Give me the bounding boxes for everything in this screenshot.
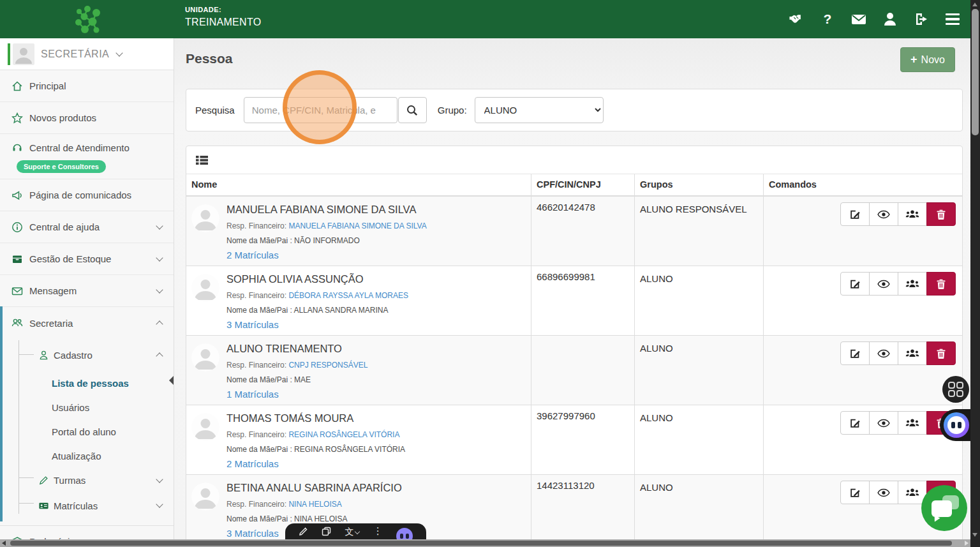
view-button[interactable] <box>869 272 898 296</box>
matriculas-link[interactable]: 1 Matrículas <box>226 389 368 400</box>
help-icon[interactable]: ? <box>820 11 835 27</box>
translate-icon[interactable]: 文 <box>345 527 359 538</box>
sidebar-item-novos-produtos[interactable]: Novos produtos <box>0 102 174 134</box>
vertical-scrollbar-thumb[interactable] <box>972 9 979 135</box>
users-group-icon <box>905 279 919 289</box>
sidebar-item-usuarios[interactable]: Usuários <box>0 395 174 419</box>
plus-icon: + <box>910 53 917 66</box>
avatar <box>191 204 219 232</box>
scroll-right-arrow[interactable] <box>965 541 969 546</box>
table-toolbar <box>186 146 962 174</box>
resp-financeiro-link[interactable]: MANUELA FABIANA SIMONE DA SILVA <box>288 221 426 230</box>
sidebar-item-central-atendimento[interactable]: Central de Atendimento Suporte e Consult… <box>0 134 174 179</box>
sidebar-item-label: Principal <box>29 80 66 91</box>
assistant-avatar-icon[interactable] <box>396 528 413 540</box>
sidebar-item-mensagem[interactable]: Mensagem <box>0 275 174 307</box>
grid-widget[interactable] <box>942 376 969 403</box>
group-button[interactable] <box>898 341 927 365</box>
new-button[interactable]: + Novo <box>900 47 955 72</box>
menu-icon[interactable] <box>945 11 960 27</box>
view-button[interactable] <box>869 341 898 365</box>
sidebar-item-secretaria[interactable]: Secretaria <box>0 307 174 339</box>
sidebar-collapse-arrow[interactable] <box>169 375 174 386</box>
handshake-icon[interactable] <box>789 11 804 27</box>
person-name-cell: THOMAS TOMÁS MOURA Resp. Financeiro: REG… <box>186 405 531 474</box>
list-view-icon[interactable] <box>193 152 210 169</box>
matriculas-link[interactable]: 2 Matrículas <box>226 250 427 260</box>
profile-avatar <box>13 43 34 65</box>
sidebar-item-label: Central de Atendimento <box>29 142 130 153</box>
person-name: SOPHIA OLIVIA ASSUNÇÃO <box>226 273 408 285</box>
group-button[interactable] <box>898 272 927 296</box>
chevron-down-icon <box>355 529 360 534</box>
mail-icon[interactable] <box>851 11 866 27</box>
grid-icon <box>948 382 963 397</box>
headset-icon <box>11 142 23 153</box>
group-select[interactable]: ALUNO <box>475 97 604 123</box>
page-title: Pessoa <box>186 51 233 66</box>
sidebar-item-atualizacao[interactable]: Atualização <box>0 444 174 468</box>
table-row: MANUELA FABIANA SIMONE DA SILVA Resp. Fi… <box>186 197 962 266</box>
search-label: Pesquisa <box>195 105 235 116</box>
search-button[interactable] <box>398 97 427 123</box>
profile-menu[interactable]: SECRETÁRIA <box>0 38 174 70</box>
matriculas-link[interactable]: 2 Matrículas <box>226 458 405 469</box>
horizontal-scrollbar-thumb[interactable] <box>10 541 952 546</box>
column-header-comandos: Comandos <box>763 174 962 195</box>
user-icon[interactable] <box>882 11 898 27</box>
mother-father-name: Nome da Mãe/Pai : NÃO INFORMADO <box>226 236 427 245</box>
sidebar-item-lista-de-pessoas[interactable]: Lista de pessoas <box>0 371 174 395</box>
edit-button[interactable] <box>840 202 870 226</box>
groups-cell: ALUNO <box>634 266 763 335</box>
view-button[interactable] <box>869 411 898 435</box>
scroll-up-arrow[interactable] <box>972 3 977 6</box>
view-button[interactable] <box>869 481 898 504</box>
edit-button[interactable] <box>840 272 870 296</box>
edit-button[interactable] <box>840 411 870 435</box>
view-button[interactable] <box>869 202 898 226</box>
matriculas-link[interactable]: 3 Matrículas <box>226 319 408 330</box>
chevron-down-icon <box>116 49 123 56</box>
vertical-scrollbar-track[interactable] <box>970 0 980 539</box>
logout-icon[interactable] <box>914 11 929 27</box>
copy-icon[interactable] <box>322 527 331 536</box>
chat-widget[interactable] <box>921 485 967 531</box>
sidebar-item-cadastro[interactable]: Cadastro <box>0 339 174 371</box>
sidebar-item-label: Mensagem <box>29 285 77 296</box>
sidebar-item-pedagogico[interactable]: Pedagógico <box>0 525 174 539</box>
main-content: Pessoa + Novo Pesquisa Grupo: ALUNO <box>174 38 970 539</box>
chevron-down-icon <box>156 500 163 507</box>
sidebar-item-label: Novos produtos <box>29 112 96 123</box>
table-body: MANUELA FABIANA SIMONE DA SILVA Resp. Fi… <box>186 197 962 539</box>
resp-financeiro-link[interactable]: REGINA ROSÂNGELA VITÓRIA <box>288 430 399 439</box>
person-name: MANUELA FABIANA SIMONE DA SILVA <box>226 204 427 216</box>
delete-button[interactable] <box>926 202 956 226</box>
groups-cell: ALUNO <box>634 475 763 539</box>
sidebar-item-pagina-comunicados[interactable]: Página de comunicados <box>0 179 174 211</box>
scroll-down-arrow[interactable] <box>972 533 977 537</box>
delete-button[interactable] <box>926 272 956 296</box>
sidebar-item-gestao-estoque[interactable]: Gestão de Estoque <box>0 243 174 275</box>
edit-button[interactable] <box>840 341 870 365</box>
edit-icon <box>849 417 861 429</box>
resp-financeiro-link[interactable]: CNPJ RESPONSÁVEL <box>288 361 368 370</box>
sidebar-item-portal-do-aluno[interactable]: Portal do aluno <box>0 419 174 444</box>
scroll-left-arrow[interactable] <box>2 541 6 546</box>
search-input[interactable] <box>244 97 397 123</box>
group-button[interactable] <box>898 202 927 226</box>
sidebar-item-principal[interactable]: Principal <box>0 70 174 102</box>
sidebar-item-matriculas[interactable]: Matrículas <box>0 493 174 518</box>
sidebar-item-central-ajuda[interactable]: Central de ajuda <box>0 211 174 243</box>
group-button[interactable] <box>898 411 927 435</box>
app-logo[interactable] <box>0 0 174 38</box>
delete-button[interactable] <box>926 341 956 365</box>
horizontal-scrollbar-track[interactable] <box>0 539 970 547</box>
person-name-cell: ALUNO TRIENAMENTO Resp. Financeiro: CNPJ… <box>186 336 531 405</box>
highlighter-icon[interactable] <box>299 527 308 536</box>
resp-financeiro-link[interactable]: NINA HELOISA <box>288 500 341 509</box>
more-options-icon[interactable]: ⋮ <box>373 527 383 536</box>
sidebar-item-turmas[interactable]: Turmas <box>0 468 174 493</box>
active-section-bar <box>0 306 3 521</box>
edit-button[interactable] <box>840 481 870 504</box>
resp-financeiro-link[interactable]: DÉBORA RAYSSA AYLA MORAES <box>288 291 408 300</box>
